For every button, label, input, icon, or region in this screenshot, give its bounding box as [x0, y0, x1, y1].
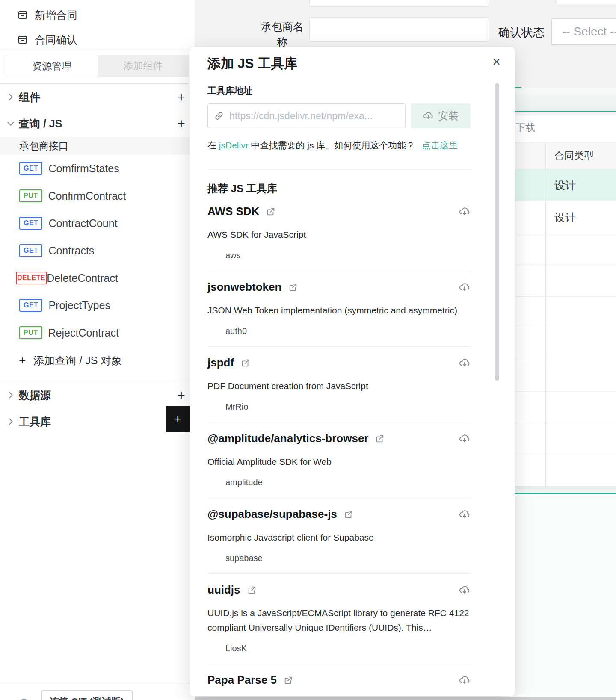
- api-name: ComfirmStates: [48, 162, 119, 175]
- table-row[interactable]: 设计: [515, 201, 616, 233]
- api-item[interactable]: GET ProjectTypes: [0, 292, 195, 319]
- table-row[interactable]: 设计: [515, 169, 616, 201]
- method-badge-get: GET: [19, 162, 42, 175]
- add-component-plus-icon[interactable]: +: [177, 90, 185, 104]
- library-entry: Papa Parse 5: [207, 673, 471, 687]
- contracts-table: 合同类型 设计 设计: [515, 142, 616, 487]
- external-link-icon[interactable]: [344, 510, 353, 519]
- table-header-contract-type: 合同类型: [545, 142, 616, 169]
- table-header-empty-cell: [515, 142, 545, 169]
- api-item[interactable]: GET Contracts: [0, 237, 195, 264]
- download-library-icon[interactable]: [459, 357, 471, 369]
- add-query-js-object-button[interactable]: + 添加查询 / JS 对象: [0, 346, 195, 375]
- library-name: AWS SDK: [207, 205, 259, 218]
- library-description: PDF Document creation from JavaScript: [207, 379, 471, 393]
- close-icon[interactable]: ×: [492, 55, 500, 68]
- library-entry: jsonwebtoken JSON Web Token implementati…: [207, 281, 471, 347]
- menu-item-new-contract[interactable]: 新增合同: [0, 3, 195, 27]
- table-row[interactable]: [515, 233, 616, 265]
- table-row[interactable]: [515, 328, 616, 360]
- contractor-name-label: 承包商名称: [256, 19, 308, 50]
- table-row[interactable]: [515, 455, 616, 486]
- api-item[interactable]: PUT ConfirmContract: [0, 182, 195, 210]
- table-row[interactable]: [515, 423, 616, 455]
- library-url-input[interactable]: https://cdn.jsdelivr.net/npm/exa...: [207, 103, 406, 128]
- add-datasource-plus-icon[interactable]: +: [177, 388, 185, 402]
- download-library-icon[interactable]: [459, 508, 471, 520]
- add-library-active-button[interactable]: +: [166, 406, 190, 432]
- library-author: supabase: [207, 553, 471, 563]
- form-input-top-right[interactable]: [557, 0, 616, 5]
- library-name: Papa Parse 5: [207, 673, 277, 687]
- cell-contract-type: 设计: [545, 169, 616, 201]
- tree-section-query-js[interactable]: 查询 / JS +: [0, 110, 195, 137]
- modal-scrollbar[interactable]: [495, 83, 499, 381]
- table-row[interactable]: [515, 391, 616, 423]
- api-item[interactable]: GET ContractCount: [0, 210, 195, 237]
- section-label: 查询 / JS: [19, 117, 62, 131]
- download-library-icon[interactable]: [459, 281, 471, 293]
- library-description: UUID.js is a JavaScript/ECMAScript libra…: [207, 606, 471, 635]
- modal-title: 添加 JS 工具库: [207, 55, 471, 73]
- chevron-right-icon: [4, 417, 17, 426]
- tab-add-component[interactable]: 添加组件: [98, 55, 189, 77]
- api-name: ConfirmContract: [48, 190, 126, 202]
- jsdelivr-link[interactable]: jsDelivr: [219, 140, 249, 150]
- tab-resource-management[interactable]: 资源管理: [6, 55, 98, 77]
- download-library-icon[interactable]: [459, 206, 471, 218]
- external-link-icon[interactable]: [375, 434, 385, 443]
- connect-git-button[interactable]: 连接 GIT (测试版): [41, 690, 133, 700]
- library-entry: jspdf PDF Document creation from JavaScr…: [207, 356, 471, 422]
- tree-section-datasource[interactable]: 数据源 +: [0, 382, 195, 408]
- api-item[interactable]: DELETE DeleteContract: [0, 264, 195, 292]
- install-button[interactable]: 安装: [411, 103, 471, 128]
- window-icon: [17, 35, 28, 45]
- section-label: 工具库: [19, 415, 51, 429]
- page-menu: 新增合同 合同确认: [0, 0, 195, 48]
- sidebar-tabs: 资源管理 添加组件: [0, 48, 195, 84]
- chevron-right-icon: [4, 92, 17, 102]
- confirm-state-select[interactable]: -- Select --: [551, 18, 616, 45]
- download-library-icon[interactable]: [459, 584, 471, 596]
- click-here-link[interactable]: 点击这里: [422, 140, 458, 150]
- menu-item-contract-confirm[interactable]: 合同确认: [0, 27, 195, 48]
- external-link-icon[interactable]: [288, 283, 298, 292]
- form-input-top[interactable]: [309, 0, 489, 7]
- library-author: MrRio: [207, 402, 471, 412]
- table-row[interactable]: [515, 265, 616, 296]
- library-description: JSON Web Token implementation (symmetric…: [207, 303, 471, 318]
- download-library-icon[interactable]: [459, 674, 471, 686]
- library-url-placeholder: https://cdn.jsdelivr.net/npm/exa...: [229, 110, 373, 122]
- modal-divider: [207, 169, 471, 170]
- external-link-icon[interactable]: [241, 358, 250, 368]
- download-column-label: 下载: [515, 121, 535, 134]
- git-branch-icon: [15, 697, 33, 700]
- add-query-label: 添加查询 / JS 对象: [33, 354, 122, 368]
- menu-item-label: 新增合同: [35, 8, 77, 22]
- section-label: 组件: [19, 90, 40, 104]
- help-text: 在 jsDelivr 中查找需要的 js 库。如何使用这个功能？点击这里: [207, 139, 471, 151]
- api-item[interactable]: PUT RejectContract: [0, 319, 195, 346]
- add-query-plus-icon[interactable]: +: [177, 117, 185, 130]
- download-library-icon[interactable]: [459, 433, 471, 445]
- cell-contract-type: 设计: [545, 201, 616, 233]
- table-row[interactable]: [515, 296, 616, 328]
- external-link-icon[interactable]: [247, 585, 257, 595]
- external-link-icon[interactable]: [284, 676, 293, 685]
- method-badge-put: PUT: [19, 189, 42, 202]
- library-entry: uuidjs UUID.js is a JavaScript/ECMAScrip…: [207, 583, 471, 664]
- table-row[interactable]: [515, 360, 616, 391]
- library-description: Isomorphic Javascript client for Supabas…: [207, 530, 471, 545]
- window-icon: [17, 10, 28, 20]
- library-name: @amplitude/analytics-browser: [207, 432, 368, 445]
- tree-section-components[interactable]: 组件 +: [0, 84, 195, 110]
- tree-section-library[interactable]: 工具库 +: [0, 408, 195, 435]
- menu-item-label: 合同确认: [35, 33, 77, 47]
- library-entry: AWS SDK AWS SDK for JavaScript aws: [207, 205, 471, 271]
- link-icon: [214, 111, 224, 121]
- contractor-name-input[interactable]: [309, 17, 489, 42]
- api-name: ContractCount: [48, 217, 117, 230]
- api-group-contractor-interface[interactable]: 承包商接口: [0, 137, 195, 155]
- api-item[interactable]: GET ComfirmStates: [0, 155, 195, 182]
- external-link-icon[interactable]: [266, 207, 275, 216]
